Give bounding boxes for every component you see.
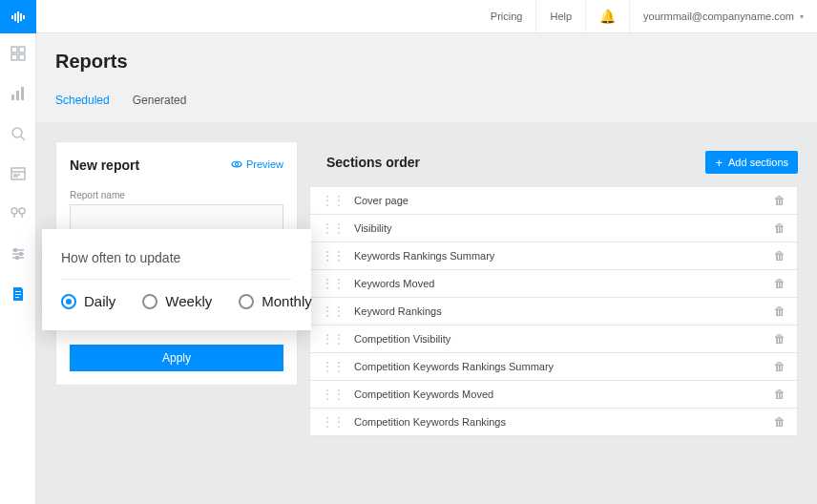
trash-icon[interactable]: 🗑 (774, 332, 786, 346)
eye-icon (231, 158, 242, 170)
svg-rect-11 (21, 87, 24, 100)
svg-rect-7 (11, 54, 17, 60)
topbar-pricing-label: Pricing (491, 10, 523, 22)
section-row-label: Competition Keywords Moved (354, 388, 493, 400)
section-row[interactable]: ⋮⋮Cover page🗑 (309, 186, 798, 215)
add-sections-label: Add sections (728, 157, 788, 168)
svg-rect-0 (11, 15, 13, 19)
topbar-account[interactable]: yourmmail@companyname.com ▾ (629, 0, 817, 32)
radio-icon (142, 294, 157, 309)
add-sections-button[interactable]: + Add sections (705, 151, 798, 174)
apply-button[interactable]: Apply (70, 345, 283, 371)
drag-handle-icon[interactable]: ⋮⋮ (322, 194, 345, 207)
frequency-option-label: Monthly (262, 293, 312, 309)
svg-rect-14 (11, 168, 25, 179)
section-row[interactable]: ⋮⋮Keywords Moved🗑 (309, 269, 798, 298)
frequency-option-weekly[interactable]: Weekly (142, 293, 212, 309)
section-row-label: Competition Visibility (354, 333, 450, 345)
svg-rect-8 (19, 54, 25, 60)
drag-handle-icon[interactable]: ⋮⋮ (322, 304, 345, 318)
svg-rect-1 (14, 13, 16, 21)
sidebar-item-reports[interactable] (0, 274, 36, 314)
update-frequency-popover: How often to update Daily Weekly Monthly (42, 229, 311, 330)
trash-icon[interactable]: 🗑 (774, 221, 786, 235)
svg-point-25 (15, 257, 18, 260)
section-row-label: Competition Keywords Rankings (354, 416, 506, 428)
section-row[interactable]: ⋮⋮Competition Visibility🗑 (309, 325, 798, 353)
drag-handle-icon[interactable]: ⋮⋮ (322, 277, 345, 290)
section-row-label: Keyword Rankings (354, 305, 442, 317)
sections-header: Sections order + Add sections (309, 141, 798, 187)
chevron-down-icon: ▾ (800, 12, 804, 21)
svg-rect-10 (16, 91, 19, 100)
sidebar-nav (0, 0, 36, 504)
sections-heading: Sections order (326, 155, 420, 170)
svg-rect-3 (20, 13, 22, 21)
section-row[interactable]: ⋮⋮Competition Keywords Rankings🗑 (309, 408, 798, 436)
drag-handle-icon[interactable]: ⋮⋮ (322, 332, 345, 346)
trash-icon[interactable]: 🗑 (774, 277, 786, 290)
report-tabs: Scheduled Generated (55, 94, 798, 116)
topbar-help-label: Help (550, 10, 572, 22)
svg-rect-2 (17, 11, 19, 23)
frequency-option-daily[interactable]: Daily (61, 293, 115, 309)
svg-point-19 (19, 208, 25, 214)
trash-icon[interactable]: 🗑 (774, 360, 786, 373)
tab-scheduled-label: Scheduled (55, 94, 110, 107)
svg-rect-4 (23, 15, 25, 19)
trash-icon[interactable]: 🗑 (774, 388, 786, 401)
section-row[interactable]: ⋮⋮Keywords Rankings Summary🗑 (309, 242, 798, 270)
frequency-options: Daily Weekly Monthly (61, 293, 292, 309)
radio-icon (61, 294, 76, 309)
svg-point-18 (11, 208, 17, 214)
trash-icon[interactable]: 🗑 (774, 249, 786, 262)
tab-scheduled[interactable]: Scheduled (55, 94, 110, 116)
app-logo (0, 0, 36, 33)
update-frequency-label: How often to update (61, 250, 292, 280)
svg-point-29 (235, 163, 238, 166)
drag-handle-icon[interactable]: ⋮⋮ (322, 388, 345, 401)
sections-panel: Sections order + Add sections ⋮⋮Cover pa… (309, 141, 798, 485)
section-row-label: Keywords Moved (354, 278, 434, 289)
sidebar-item-serp[interactable] (0, 154, 36, 194)
section-row-label: Competition Keywords Rankings Summary (354, 361, 554, 372)
drag-handle-icon[interactable]: ⋮⋮ (322, 249, 345, 262)
topbar-pricing[interactable]: Pricing (477, 0, 536, 32)
trash-icon[interactable]: 🗑 (774, 304, 786, 318)
svg-rect-6 (19, 47, 25, 52)
apply-button-label: Apply (162, 351, 191, 365)
section-row[interactable]: ⋮⋮Competition Keywords Rankings Summary🗑 (309, 352, 798, 381)
sidebar-item-competitors[interactable] (0, 194, 36, 234)
sidebar-item-search[interactable] (0, 114, 36, 154)
section-row[interactable]: ⋮⋮Visibility🗑 (309, 214, 798, 242)
drag-handle-icon[interactable]: ⋮⋮ (322, 415, 345, 429)
svg-rect-28 (15, 297, 19, 298)
svg-rect-27 (15, 294, 21, 295)
sidebar-item-dashboard[interactable] (0, 33, 36, 74)
svg-rect-5 (11, 47, 17, 52)
drag-handle-icon[interactable]: ⋮⋮ (322, 221, 345, 235)
radio-icon (239, 294, 254, 309)
trash-icon[interactable]: 🗑 (774, 194, 786, 207)
frequency-option-monthly[interactable]: Monthly (239, 293, 312, 309)
section-row-label: Cover page (354, 195, 408, 206)
section-row[interactable]: ⋮⋮Competition Keywords Moved🗑 (309, 380, 798, 409)
sidebar-item-analytics[interactable] (0, 74, 36, 114)
topbar-help[interactable]: Help (535, 0, 585, 32)
preview-link[interactable]: Preview (231, 158, 283, 170)
tab-generated-label: Generated (133, 94, 187, 107)
drag-handle-icon[interactable]: ⋮⋮ (322, 360, 345, 373)
tab-generated[interactable]: Generated (133, 94, 187, 116)
topbar-notifications[interactable]: 🔔 (585, 0, 629, 32)
svg-line-13 (21, 136, 25, 140)
preview-label: Preview (246, 158, 283, 170)
bell-icon: 🔔 (599, 9, 616, 24)
report-name-label: Report name (70, 190, 283, 200)
trash-icon[interactable]: 🗑 (774, 415, 786, 429)
section-row-label: Keywords Rankings Summary (354, 250, 494, 262)
page-title: Reports (55, 51, 798, 73)
svg-point-23 (13, 249, 16, 252)
section-row[interactable]: ⋮⋮Keyword Rankings🗑 (309, 297, 798, 326)
section-row-label: Visibility (354, 222, 392, 234)
sidebar-item-settings-list[interactable] (0, 234, 36, 274)
